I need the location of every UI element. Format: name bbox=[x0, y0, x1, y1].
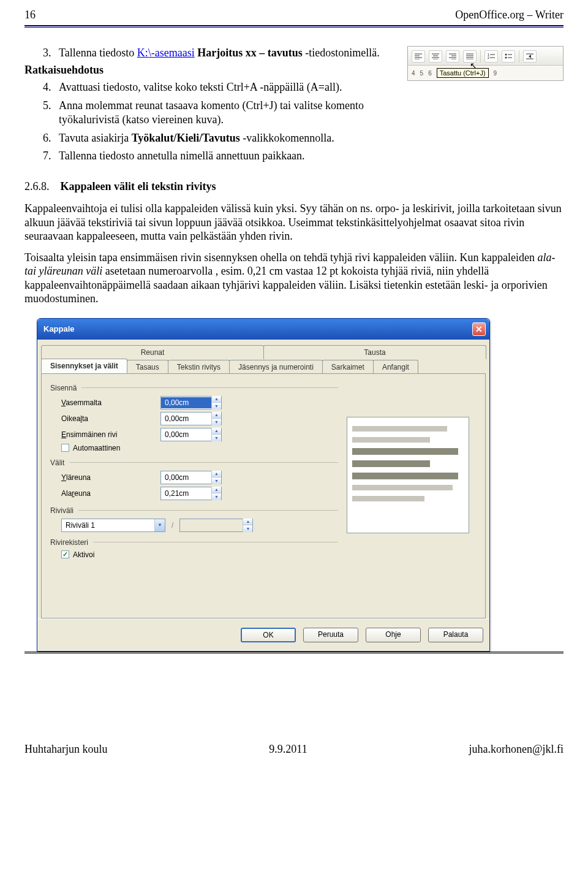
justify-tooltip: Tasattu (Ctrl+J) bbox=[437, 68, 489, 78]
page-number: 16 bbox=[24, 9, 36, 21]
slash-label: / bbox=[172, 521, 173, 530]
dropdown-rivivali[interactable]: Riviväli 1 ▼ bbox=[61, 519, 165, 532]
chevron-down-icon[interactable]: ▼ bbox=[154, 519, 165, 531]
align-center-icon[interactable] bbox=[429, 50, 442, 63]
checkbox-aktivoi[interactable]: ✓ bbox=[61, 550, 69, 558]
doc-title: OpenOffice.org – Writer bbox=[455, 9, 564, 21]
reset-button[interactable]: Palauta bbox=[428, 628, 483, 642]
label-ylareuna: Yläreuna bbox=[50, 473, 160, 482]
svg-marker-24 bbox=[529, 55, 531, 58]
list-item-5: 5. Anna molemmat reunat tasaava komento … bbox=[43, 99, 564, 127]
tab-anfangit[interactable]: Anfangit bbox=[373, 360, 418, 374]
dialog-titlebar: Kappale ✕ bbox=[37, 319, 489, 340]
label-aktivoi: Aktivoi bbox=[73, 550, 94, 559]
label-vasemmalta: Vasemmalta bbox=[50, 398, 160, 407]
label-oikealta: Oikealta bbox=[50, 414, 160, 423]
section-rivivali: Riviväli bbox=[50, 506, 338, 515]
svg-point-22 bbox=[505, 57, 507, 59]
align-justify-icon[interactable]: ↖ bbox=[463, 50, 477, 63]
tab-sarkaimet[interactable]: Sarkaimet bbox=[322, 360, 374, 374]
input-vasemmalta[interactable]: 0,00cm ▲▼ bbox=[160, 396, 222, 409]
ruler-tick: 6 bbox=[428, 70, 432, 77]
section-heading: 2.6.8. Kappaleen välit eli tekstin rivit… bbox=[24, 180, 564, 193]
tab-tekstin-rivitys[interactable]: Tekstin rivitys bbox=[168, 360, 230, 374]
paragraph-1: Kappaleenvaihtoja ei tulisi olla kappale… bbox=[24, 202, 564, 243]
page-content: ↖ 12 4 5 6 Tasattu (Ctrl+J) 9 3. bbox=[0, 28, 588, 306]
toolbar-separator bbox=[519, 50, 519, 63]
tab-tasaus[interactable]: Tasaus bbox=[127, 360, 168, 374]
label-automaattinen: Automaattinen bbox=[73, 444, 120, 452]
spinner-icon[interactable]: ▲▼ bbox=[243, 519, 252, 532]
svg-point-20 bbox=[505, 54, 507, 56]
input-ensrivi[interactable]: 0,00cm ▲▼ bbox=[160, 428, 222, 441]
footer-right: juha.korhonen@jkl.fi bbox=[469, 743, 564, 756]
spinner-icon[interactable]: ▲▼ bbox=[211, 412, 221, 425]
input-oikealta[interactable]: 0,00cm ▲▼ bbox=[160, 412, 222, 425]
footer-center: 9.9.2011 bbox=[269, 743, 307, 756]
tab-sisennykset[interactable]: Sisennykset ja välit bbox=[41, 359, 127, 373]
section-valit: Välit bbox=[50, 459, 338, 467]
list-item-4: 4. Avattuasi tiedosto, valitse koko teks… bbox=[43, 80, 401, 94]
list-bullet-icon[interactable] bbox=[502, 50, 515, 63]
ok-button[interactable]: OK bbox=[241, 628, 296, 642]
input-alareuna[interactable]: 0,21cm ▲▼ bbox=[160, 487, 222, 500]
dialog-button-row: OK Peruuta Ohje Palauta bbox=[37, 618, 489, 651]
indent-less-icon[interactable] bbox=[523, 50, 537, 63]
tab-tausta[interactable]: Tausta bbox=[263, 345, 486, 359]
spinner-icon[interactable]: ▲▼ bbox=[211, 428, 221, 441]
drive-link[interactable]: K:\-asemaasi bbox=[137, 47, 195, 59]
ruler-tick: 5 bbox=[420, 70, 424, 77]
toolbar-separator bbox=[480, 50, 481, 63]
footer-rule bbox=[24, 652, 564, 653]
paragraph-2: Toisaalta yleisin tapa ensimmäisen rivin… bbox=[24, 251, 564, 306]
label-ensrivi: Ensimmäinen rivi bbox=[50, 430, 160, 439]
page-header: 16 OpenOffice.org – Writer bbox=[0, 0, 588, 25]
list-item-7: 7. Tallenna tiedosto annetulla nimellä a… bbox=[43, 149, 564, 163]
label-alareuna: Alareuna bbox=[50, 489, 160, 498]
align-left-icon[interactable] bbox=[412, 50, 425, 63]
list-number-icon[interactable]: 12 bbox=[484, 50, 498, 63]
list-item-6: 6. Tavuta asiakirja Työkalut/Kieli/Tavut… bbox=[43, 131, 564, 145]
spinner-icon[interactable]: ▲▼ bbox=[211, 487, 221, 500]
dialog-title: Kappale bbox=[43, 324, 75, 333]
svg-text:2: 2 bbox=[488, 56, 489, 59]
ruler-tick: 9 bbox=[494, 70, 497, 77]
toolbar-screenshot: ↖ 12 4 5 6 Tasattu (Ctrl+J) 9 bbox=[407, 46, 564, 81]
close-button[interactable]: ✕ bbox=[472, 322, 486, 336]
page-footer: Huhtaharjun koulu 9.9.2011 juha.korhonen… bbox=[0, 739, 588, 768]
align-right-icon[interactable] bbox=[446, 50, 459, 63]
preview-pane bbox=[347, 417, 469, 533]
tab-reunat[interactable]: Reunat bbox=[41, 345, 264, 359]
section-rivirekisteri: Rivirekisteri bbox=[50, 538, 338, 547]
spinner-icon[interactable]: ▲▼ bbox=[211, 396, 221, 409]
paragraph-dialog: Kappale ✕ Reunat Tausta Sisennykset ja v… bbox=[37, 318, 490, 652]
input-rivivali-value[interactable]: ▲▼ bbox=[179, 519, 253, 532]
list-item-3: 3. Tallenna tiedosto K:\-asemaasi Harjoi… bbox=[43, 46, 401, 60]
section-sisenna: Sisennä bbox=[50, 384, 338, 392]
spinner-icon[interactable]: ▲▼ bbox=[211, 471, 221, 484]
tab-panel: Sisennä Vasemmalta 0,00cm ▲▼ Oikealta 0,… bbox=[41, 373, 486, 618]
tab-jasennys[interactable]: Jäsennys ja numerointi bbox=[229, 360, 323, 374]
ruler-tick: 4 bbox=[412, 70, 415, 77]
help-button[interactable]: Ohje bbox=[366, 628, 421, 642]
cancel-button[interactable]: Peruuta bbox=[303, 628, 358, 642]
footer-left: Huhtaharjun koulu bbox=[24, 743, 107, 756]
checkbox-automaattinen[interactable] bbox=[61, 444, 69, 452]
tab-strip: Reunat Tausta Sisennykset ja välit Tasau… bbox=[37, 340, 489, 618]
input-ylareuna[interactable]: 0,00cm ▲▼ bbox=[160, 471, 222, 484]
